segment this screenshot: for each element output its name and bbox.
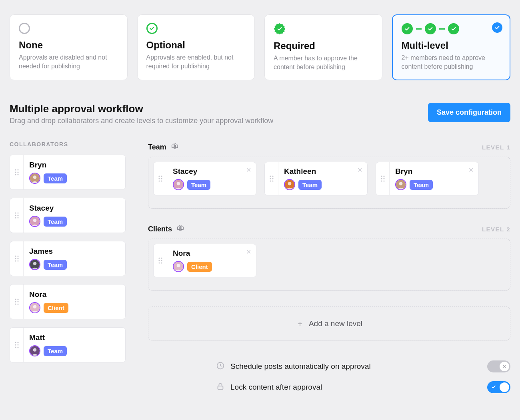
svg-point-65	[399, 182, 403, 185]
collaborator-card[interactable]: James Team	[10, 241, 126, 276]
clock-icon	[216, 361, 225, 372]
svg-point-3	[17, 172, 18, 173]
approval-options-row: None Approvals are disabled and not need…	[10, 14, 510, 80]
drag-handle-icon[interactable]	[376, 162, 390, 195]
option-none[interactable]: None Approvals are disabled and not need…	[10, 14, 128, 80]
section-subtitle: Drag and drop collaborators and create l…	[10, 117, 273, 125]
option-required[interactable]: Required A member has to approve the con…	[264, 14, 382, 80]
avatar	[29, 216, 40, 227]
avatar	[29, 259, 40, 270]
drag-handle-icon[interactable]	[154, 162, 167, 195]
remove-icon[interactable]: ✕	[246, 248, 251, 256]
empty-circle-icon	[19, 23, 30, 34]
svg-point-12	[15, 217, 16, 219]
rename-icon[interactable]	[171, 143, 178, 152]
drag-handle-icon[interactable]	[265, 162, 278, 195]
role-tag: Client	[44, 303, 68, 313]
check-circle-outline-icon	[146, 23, 158, 34]
svg-point-33	[17, 342, 18, 343]
option-desc: 2+ members need to approve content befor…	[402, 54, 501, 71]
svg-point-27	[17, 301, 18, 303]
svg-point-13	[17, 217, 18, 219]
remove-icon[interactable]: ✕	[357, 166, 362, 174]
svg-point-39	[33, 348, 37, 352]
levels-column: Team LEVEL 1 Stacey Team ✕ Kathleen Team…	[148, 141, 510, 393]
collaborator-card[interactable]: Nora Client ✕	[153, 244, 256, 277]
svg-point-47	[161, 181, 162, 182]
drag-handle-icon[interactable]	[10, 155, 24, 189]
collaborator-card[interactable]: Stacey Team	[10, 198, 126, 233]
role-tag: Team	[298, 180, 322, 190]
collaborator-card[interactable]: Stacey Team ✕	[153, 162, 256, 195]
add-level-button[interactable]: ＋ Add a new level	[148, 307, 510, 340]
check-seal-icon	[274, 23, 286, 35]
svg-point-29	[17, 304, 18, 305]
workspace: COLLABORATORS Bryn Team Stacey Team Jame…	[10, 141, 510, 393]
svg-rect-66	[178, 227, 180, 230]
drag-handle-icon[interactable]	[10, 328, 24, 362]
remove-icon[interactable]: ✕	[246, 166, 251, 174]
svg-point-54	[270, 181, 271, 182]
collaborators-heading: COLLABORATORS	[10, 141, 126, 147]
collaborator-card[interactable]: Nora Client	[10, 284, 126, 319]
svg-point-34	[15, 344, 16, 346]
svg-point-75	[177, 264, 180, 267]
svg-point-5	[17, 174, 18, 175]
rename-icon[interactable]	[177, 225, 184, 234]
svg-point-25	[17, 299, 18, 300]
toggle-knob: ✕	[500, 362, 509, 371]
toggle-switch[interactable]: ✕	[487, 360, 510, 372]
svg-rect-67	[181, 227, 183, 230]
svg-point-50	[270, 176, 271, 177]
svg-point-37	[17, 347, 18, 348]
drag-handle-icon[interactable]	[154, 244, 167, 277]
collaborator-card[interactable]: Kathleen Team ✕	[264, 162, 368, 195]
save-configuration-button[interactable]: Save configuration	[428, 103, 510, 122]
drag-handle-icon[interactable]	[10, 285, 24, 319]
option-title: Required	[274, 40, 373, 52]
role-tag: Team	[44, 173, 67, 183]
level-index: LEVEL 1	[482, 144, 510, 151]
svg-point-17	[17, 256, 18, 257]
collaborators-column: COLLABORATORS Bryn Team Stacey Team Jame…	[10, 141, 126, 393]
toggle-switch[interactable]	[487, 381, 510, 393]
add-level-label: Add a new level	[309, 319, 362, 328]
collaborator-name: Nora	[29, 290, 119, 299]
toggle-knob	[500, 382, 509, 392]
svg-point-44	[158, 178, 160, 179]
level-header: Clients LEVEL 2	[148, 225, 510, 234]
toggle-row: Schedule posts automatically on approval…	[216, 360, 510, 372]
level-dropzone[interactable]: Stacey Team ✕ Kathleen Team ✕ Bryn Team …	[148, 157, 510, 209]
role-tag: Team	[410, 180, 433, 190]
svg-point-60	[381, 178, 382, 179]
level-dropzone[interactable]: Nora Client ✕	[148, 239, 510, 291]
option-optional[interactable]: Optional Approvals are enabled, but not …	[137, 14, 255, 80]
svg-point-28	[15, 304, 16, 305]
toggle-label: Schedule posts automatically on approval	[230, 362, 371, 371]
collaborator-card[interactable]: Matt Team	[10, 327, 126, 362]
option-multi-level[interactable]: Multi-level 2+ members need to approve c…	[392, 14, 511, 80]
drag-handle-icon[interactable]	[10, 198, 24, 233]
drag-handle-icon[interactable]	[10, 241, 24, 276]
collaborator-name: Bryn	[395, 167, 473, 176]
svg-point-63	[383, 181, 384, 182]
option-desc: Approvals are enabled, but not required …	[146, 53, 246, 70]
option-title: None	[19, 40, 118, 51]
collaborator-name: Stacey	[29, 204, 119, 213]
collaborator-name: James	[29, 247, 119, 256]
svg-point-19	[17, 258, 18, 259]
svg-point-46	[158, 181, 160, 182]
svg-point-58	[381, 176, 382, 177]
svg-point-36	[15, 347, 16, 348]
svg-point-69	[161, 258, 162, 259]
svg-point-15	[33, 219, 37, 222]
svg-point-1	[17, 169, 18, 171]
svg-point-52	[270, 178, 271, 179]
collaborator-card[interactable]: Bryn Team ✕	[376, 162, 479, 195]
multi-check-icon	[402, 23, 501, 34]
svg-point-11	[17, 215, 18, 216]
remove-icon[interactable]: ✕	[468, 166, 474, 174]
svg-point-10	[15, 215, 16, 216]
collaborator-card[interactable]: Bryn Team	[10, 155, 126, 190]
svg-point-21	[17, 261, 18, 262]
